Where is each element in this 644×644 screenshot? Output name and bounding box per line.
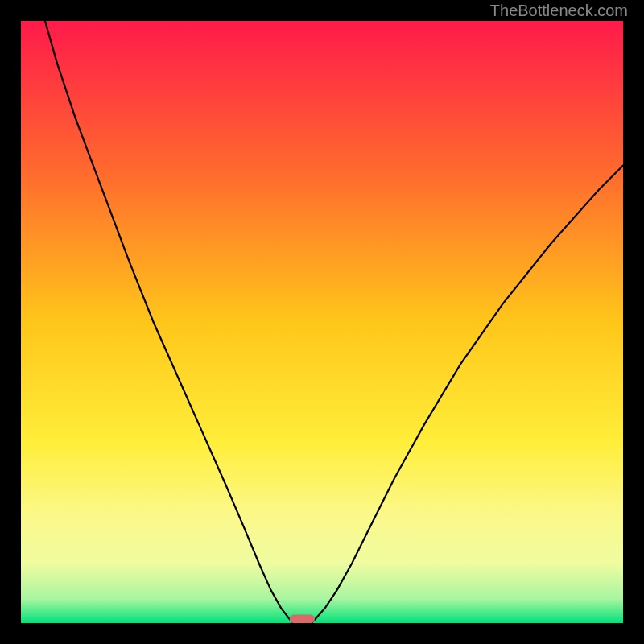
chart-svg [21,21,623,623]
chart-container: TheBottleneck.com [0,0,644,644]
watermark-text: TheBottleneck.com [490,2,628,20]
bottleneck-marker [290,615,315,623]
gradient-background [21,21,623,623]
plot-area [21,21,623,623]
